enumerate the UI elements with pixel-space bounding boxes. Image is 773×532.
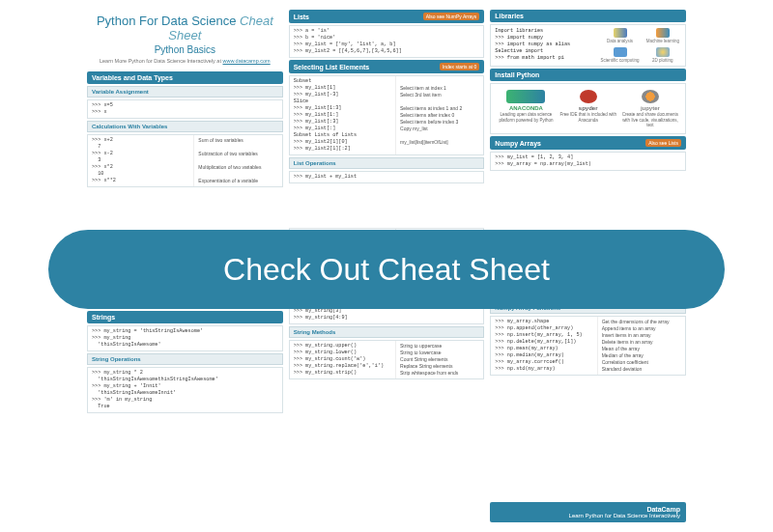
- anaconda-label: ANACONDA: [509, 105, 543, 111]
- title-link[interactable]: www.datacamp.com: [222, 58, 270, 64]
- code-string-def: >>> my_string = 'thisStringIsAwesome' >>…: [87, 325, 283, 351]
- subsection-selecting: Selecting List Elements Index starts at …: [289, 60, 485, 73]
- calc-desc: Sum of two variables Subtraction of two …: [194, 135, 281, 186]
- section-libraries-label: Libraries: [495, 13, 524, 19]
- code-list-ops: >>> my_list + my_list: [289, 171, 485, 183]
- jupyter-logo: jupyter Create and share documents with …: [619, 90, 681, 127]
- npfunc-desc: Get the dimensions of the array Append i…: [598, 317, 685, 375]
- footer-tagline: Learn Python for Data Science Interactiv…: [569, 513, 680, 518]
- jupyter-sub: Create and share documents with live cod…: [619, 112, 681, 127]
- section-numpy: Numpy Arrays Also see Lists: [490, 136, 686, 150]
- anaconda-sub: Leading open data science platform power…: [495, 112, 557, 123]
- subhead-string-ops: String Operations: [87, 353, 283, 365]
- table-numpy-func: >>> my_array.shape >>> np.append(other_a…: [490, 316, 686, 376]
- table-selecting: Subset >>> my_list[1] >>> my_list[-3] Sl…: [289, 75, 485, 155]
- title-tagline: Learn More Python for Data Science Inter…: [100, 58, 222, 64]
- calc-code: >>> x+2 7 >>> x-2 3 >>> x*2 10 >>> x**2: [88, 135, 194, 186]
- section-lists: Lists Also see NumPy Arrays: [289, 10, 485, 23]
- code-string-ops: >>> my_string * 2 'thisStringIsAwesometh…: [87, 367, 283, 413]
- section-install-label: Install Python: [495, 71, 539, 78]
- strmeth-desc: String to uppercase String to lowercase …: [396, 341, 483, 378]
- section-lists-label: Lists: [294, 14, 309, 20]
- table-string-methods: >>> my_string.upper() >>> my_string.lowe…: [289, 340, 485, 379]
- footer-datacamp: DataCamp Learn Python for Data Science I…: [490, 502, 686, 522]
- lib-d-label: 2D plotting: [652, 58, 673, 63]
- spyder-sub: Free IDE that is included with Anaconda: [558, 112, 619, 123]
- select-desc: Select item at index 1 Select 3rd last i…: [396, 76, 483, 154]
- check-out-label: Check Out Cheat Sheet: [223, 252, 550, 288]
- matplotlib-icon: 2D plotting: [643, 47, 683, 63]
- pandas-icon: Data analysis: [599, 28, 640, 43]
- title-block: Python For Data Science Cheat Sheet Pyth…: [87, 10, 283, 70]
- section-variables: Variables and Data Types: [87, 71, 283, 84]
- code-lists-def: >>> a = 'is' >>> b = 'nice' >>> my_list …: [289, 25, 485, 58]
- spyder-label: spyder: [579, 105, 598, 111]
- badge-index-0: Index starts at 0: [440, 63, 480, 70]
- strmeth-code: >>> my_string.upper() >>> my_string.lowe…: [290, 341, 396, 378]
- table-calculations: >>> x+2 7 >>> x-2 3 >>> x*2 10 >>> x**2 …: [87, 134, 283, 187]
- jupyter-label: jupyter: [641, 105, 660, 111]
- select-code: Subset >>> my_list[1] >>> my_list[-3] Sl…: [290, 76, 396, 154]
- libraries-box: Import libraries >>> import numpy >>> im…: [490, 24, 686, 67]
- npfunc-code: >>> my_array.shape >>> np.append(other_a…: [491, 317, 597, 375]
- check-out-button[interactable]: Check Out Cheat Sheet: [48, 230, 725, 309]
- section-libraries: Libraries: [490, 10, 686, 22]
- subhead-assignment: Variable Assignment: [87, 86, 283, 98]
- libs-code: Import libraries >>> import numpy >>> im…: [495, 28, 597, 63]
- subhead-string-methods: String Methods: [289, 326, 485, 338]
- anaconda-logo: ANACONDA Leading open data science platf…: [495, 90, 557, 123]
- section-variables-label: Variables and Data Types: [92, 74, 173, 81]
- title-main-a: Python For Data Science: [97, 14, 240, 28]
- code-assignment: >>> x=5 >>> x: [87, 99, 283, 119]
- section-strings-label: Strings: [92, 314, 115, 321]
- numpy-icon: Scientific computing: [599, 47, 640, 63]
- title-sub: Python Basics: [87, 44, 283, 55]
- lib-b-label: Machine learning: [646, 39, 679, 43]
- section-install: Install Python: [490, 69, 686, 81]
- lib-a-label: Data analysis: [607, 39, 633, 43]
- subsection-selecting-label: Selecting List Elements: [294, 64, 370, 70]
- spyder-logo: spyder Free IDE that is included with An…: [558, 90, 619, 123]
- badge-see-lists: Also see Lists: [645, 139, 681, 147]
- lib-c-label: Scientific computing: [600, 58, 639, 63]
- section-strings: Strings: [87, 311, 283, 323]
- badge-see-numpy: Also see NumPy Arrays: [423, 13, 480, 20]
- subhead-list-ops: List Operations: [289, 157, 485, 169]
- scikit-icon: Machine learning: [643, 28, 683, 43]
- footer-brand: DataCamp: [646, 506, 680, 513]
- section-numpy-label: Numpy Arrays: [495, 140, 541, 147]
- install-logos: ANACONDA Leading open data science platf…: [490, 83, 686, 134]
- subhead-calculations: Calculations With Variables: [87, 121, 283, 132]
- code-numpy-def: >>> my_list = [1, 2, 3, 4] >>> my_array …: [490, 152, 686, 171]
